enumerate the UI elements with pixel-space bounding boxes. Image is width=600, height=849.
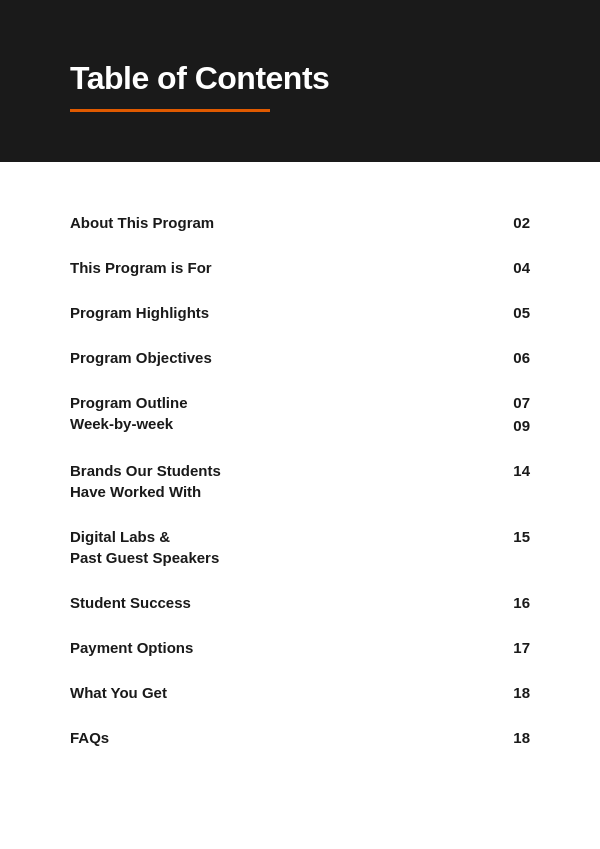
toc-page-digital-labs-1: 15 bbox=[513, 526, 530, 547]
toc-pages-student-success: 16 bbox=[513, 592, 530, 613]
toc-label-faqs: FAQs bbox=[70, 727, 513, 748]
toc-pages-highlights: 05 bbox=[513, 302, 530, 323]
toc-content: About This Program 02 This Program is Fo… bbox=[0, 162, 600, 822]
header-section: Table of Contents bbox=[0, 0, 600, 162]
toc-label-highlights: Program Highlights bbox=[70, 302, 513, 323]
toc-page-about-1: 02 bbox=[513, 212, 530, 233]
toc-pages-brands: 14 bbox=[513, 460, 530, 481]
toc-label-student-success: Student Success bbox=[70, 592, 513, 613]
toc-pages-objectives: 06 bbox=[513, 347, 530, 368]
toc-label-outline-line1: Program Outline bbox=[70, 394, 188, 411]
toc-label-for: This Program is For bbox=[70, 257, 513, 278]
toc-page-outline-1: 07 bbox=[513, 392, 530, 413]
toc-page-for-1: 04 bbox=[513, 257, 530, 278]
toc-row-about: About This Program 02 bbox=[70, 212, 530, 233]
toc-row-what-you-get: What You Get 18 bbox=[70, 682, 530, 703]
toc-pages-payment: 17 bbox=[513, 637, 530, 658]
toc-pages-outline: 07 09 bbox=[513, 392, 530, 436]
toc-page-student-success-1: 16 bbox=[513, 592, 530, 613]
toc-label-brands-line1: Brands Our Students bbox=[70, 462, 221, 479]
toc-page-brands-1: 14 bbox=[513, 460, 530, 481]
toc-pages-about: 02 bbox=[513, 212, 530, 233]
toc-label-what-you-get: What You Get bbox=[70, 682, 513, 703]
toc-row-payment: Payment Options 17 bbox=[70, 637, 530, 658]
toc-label-brands-line2: Have Worked With bbox=[70, 483, 201, 500]
toc-row-faqs: FAQs 18 bbox=[70, 727, 530, 748]
toc-row-highlights: Program Highlights 05 bbox=[70, 302, 530, 323]
toc-row-brands: Brands Our Students Have Worked With 14 bbox=[70, 460, 530, 502]
title-underline bbox=[70, 109, 270, 112]
toc-label-objectives: Program Objectives bbox=[70, 347, 513, 368]
toc-page-objectives-1: 06 bbox=[513, 347, 530, 368]
toc-page-outline-2: 09 bbox=[513, 415, 530, 436]
toc-label-digital-labs-line1: Digital Labs & bbox=[70, 528, 170, 545]
toc-label-digital-labs-line2: Past Guest Speakers bbox=[70, 549, 219, 566]
toc-pages-digital-labs: 15 bbox=[513, 526, 530, 547]
toc-label-payment: Payment Options bbox=[70, 637, 513, 658]
toc-page-highlights-1: 05 bbox=[513, 302, 530, 323]
toc-page-what-you-get-1: 18 bbox=[513, 682, 530, 703]
toc-row-for: This Program is For 04 bbox=[70, 257, 530, 278]
page-title: Table of Contents bbox=[70, 60, 530, 97]
toc-page-faqs-1: 18 bbox=[513, 727, 530, 748]
toc-row-objectives: Program Objectives 06 bbox=[70, 347, 530, 368]
toc-pages-faqs: 18 bbox=[513, 727, 530, 748]
toc-label-about: About This Program bbox=[70, 212, 513, 233]
toc-pages-for: 04 bbox=[513, 257, 530, 278]
toc-label-brands: Brands Our Students Have Worked With bbox=[70, 460, 513, 502]
toc-row-outline: Program Outline Week-by-week 07 09 bbox=[70, 392, 530, 436]
toc-label-outline: Program Outline Week-by-week bbox=[70, 392, 513, 434]
toc-pages-what-you-get: 18 bbox=[513, 682, 530, 703]
toc-row-digital-labs: Digital Labs & Past Guest Speakers 15 bbox=[70, 526, 530, 568]
toc-row-student-success: Student Success 16 bbox=[70, 592, 530, 613]
toc-label-outline-line2: Week-by-week bbox=[70, 415, 173, 432]
toc-page-payment-1: 17 bbox=[513, 637, 530, 658]
toc-label-digital-labs: Digital Labs & Past Guest Speakers bbox=[70, 526, 513, 568]
